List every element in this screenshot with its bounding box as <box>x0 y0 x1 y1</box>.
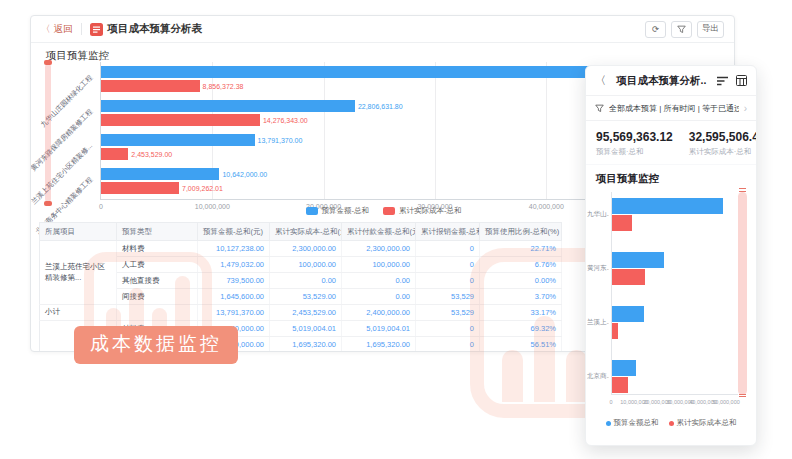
panel-filter-bar[interactable]: 全部成本预算 | 所有时间 | 等于已通过 › <box>586 96 756 121</box>
panel-section-title: 项目预算监控 <box>586 165 756 186</box>
panel-kpis: 95,569,363.12 预算金额·总和 32,595,506.40 累计实际… <box>586 121 756 165</box>
budget-type-cell: 材料费 <box>117 241 198 257</box>
column-header: 所属项目 <box>40 223 117 241</box>
actual-cost-cell: 0.00 <box>270 273 342 289</box>
budget-cell: 13,791,370.00 <box>198 305 270 321</box>
budget-cell: 739,500.00 <box>198 273 270 289</box>
budget-cell: 10,127,238.00 <box>198 241 270 257</box>
table-row: 小计13,791,370.002,453,529.002,400,000.005… <box>40 305 562 321</box>
budget-bar <box>612 198 723 214</box>
legend-dot <box>669 421 674 426</box>
legend-label: 累计实际成本-总和 <box>399 206 462 216</box>
mini-chart-legend: 预算金额总和累计实际成本总和 <box>586 418 756 428</box>
reimbursement-cell: 53,529 <box>416 305 480 321</box>
legend-item[interactable]: 累计实际成本-总和 <box>383 206 462 216</box>
titlebar-actions: ⟳ 导出 <box>645 21 724 38</box>
payment-cell: 100,000.00 <box>342 257 416 273</box>
mini-chart: 九华山..黄河东..兰溪上..北京商..010,000,00020,000,00… <box>586 190 756 406</box>
actual-cost-cell: 100,000.00 <box>270 257 342 273</box>
window-titlebar: 〈 返回 项目成本预算分析表 ⟳ <box>31 16 734 43</box>
refresh-button[interactable]: ⟳ <box>645 21 666 38</box>
usage-ratio-cell: 22.71% <box>480 241 562 257</box>
column-header: 累计报销金额-总和(元) <box>416 223 480 241</box>
budget-type-cell <box>117 305 198 321</box>
actual-cost-bar <box>612 323 618 339</box>
reimbursement-cell: 0 <box>416 273 480 289</box>
gridline <box>324 62 325 199</box>
export-button[interactable]: 导出 <box>697 21 724 38</box>
budget-bar <box>101 100 355 112</box>
mini-chart-scrollbar[interactable] <box>738 192 747 395</box>
legend-label: 累计实际成本总和 <box>677 418 737 428</box>
mobile-preview-panel: 〈 项目成本预算分析.. 全部成本预算 | 所有时间 | 等于已通过 › 95,… <box>585 65 757 446</box>
back-label: 返回 <box>54 23 73 36</box>
legend-item[interactable]: 预算金额-总和 <box>306 206 370 216</box>
back-button[interactable]: 〈 返回 <box>41 23 73 36</box>
bar-value-label: 7,009,262.01 <box>182 185 223 192</box>
reimbursement-cell: 53,529 <box>416 289 480 305</box>
x-axis-tick-label: 50,000,000 <box>706 399 746 405</box>
budget-bar <box>612 252 664 268</box>
kpi-actual-cost-total: 32,595,506.40 累计实际成本·总和 <box>689 130 757 157</box>
funnel-icon <box>595 104 604 113</box>
column-header: 预算金额-总和(元) <box>198 223 270 241</box>
cost-monitor-overlay-label: 成本数据监控 <box>74 326 238 364</box>
legend-item[interactable]: 累计实际成本总和 <box>669 418 737 428</box>
project-cell: 兰溪上苑住宅小区精装修第... <box>40 241 117 305</box>
budget-bar <box>101 66 639 78</box>
column-header: 预算类型 <box>117 223 198 241</box>
actual-cost-bar <box>612 377 628 393</box>
sort-descending-icon[interactable] <box>717 76 729 86</box>
table-row: 兰溪上苑住宅小区精装修第...材料费10,127,238.002,300,000… <box>40 241 562 257</box>
datazoom-handle-top[interactable] <box>44 60 52 65</box>
usage-ratio-cell: 3.70% <box>480 289 562 305</box>
table-header: 所属项目预算类型预算金额-总和(元)累计实际成本-总和(元)累计付款金额-总和(… <box>40 223 562 241</box>
filter-icon <box>677 25 686 34</box>
scrollbar-handle-top[interactable] <box>739 188 746 193</box>
column-header: 预算使用比例-总和(%) <box>480 223 562 241</box>
report-doc-icon <box>90 23 103 36</box>
reimbursement-cell: 0 <box>416 337 480 353</box>
window-title: 项目成本预算分析表 <box>108 22 203 36</box>
panel-title: 项目成本预算分析.. <box>606 74 717 88</box>
actual-cost-cell: 1,695,320.00 <box>270 337 342 353</box>
category-label: 兰溪上.. <box>587 318 609 327</box>
panel-header: 〈 项目成本预算分析.. <box>586 66 756 96</box>
actual-cost-cell: 2,453,529.00 <box>270 305 342 321</box>
mini-chart-plot <box>611 192 738 395</box>
bar-value-label: 14,276,343.00 <box>263 117 308 124</box>
project-cell: 小计 <box>40 305 117 321</box>
budget-cell: 1,479,032.00 <box>198 257 270 273</box>
legend-swatch <box>306 207 318 215</box>
budget-type-cell: 其他直接费 <box>117 273 198 289</box>
actual-cost-bar <box>101 114 260 126</box>
table-row: 间接费1,645,600.0053,529.000.0053,5293.70% <box>40 289 562 305</box>
table-row: 其他直接费739,500.000.000.0000.00% <box>40 273 562 289</box>
usage-ratio-cell: 69.32% <box>480 321 562 337</box>
budget-type-cell: 人工费 <box>117 257 198 273</box>
payment-cell: 5,019,004.01 <box>342 321 416 337</box>
reimbursement-cell: 0 <box>416 321 480 337</box>
payment-cell: 0.00 <box>342 273 416 289</box>
actual-cost-bar <box>612 269 645 285</box>
panel-back-button[interactable]: 〈 <box>595 73 606 88</box>
actual-cost-bar <box>101 182 179 194</box>
kpi-label: 累计实际成本·总和 <box>689 147 757 157</box>
kpi-value: 95,569,363.12 <box>596 130 673 144</box>
payment-cell: 1,695,320.00 <box>342 337 416 353</box>
gridline <box>546 62 547 199</box>
table-view-icon[interactable] <box>736 75 747 86</box>
legend-swatch <box>383 207 395 215</box>
chart-datazoom-slider[interactable] <box>45 64 51 202</box>
export-label: 导出 <box>702 23 719 35</box>
legend-item[interactable]: 预算金额总和 <box>606 418 659 428</box>
kpi-value: 32,595,506.40 <box>689 130 757 144</box>
chart-section-title: 项目预算监控 <box>46 49 109 63</box>
filter-button[interactable] <box>671 21 692 38</box>
legend-label: 预算金额总和 <box>614 418 659 428</box>
category-label: 黄河东.. <box>587 264 609 273</box>
kpi-budget-total: 95,569,363.12 预算金额·总和 <box>596 130 673 157</box>
payment-cell: 0.00 <box>342 289 416 305</box>
budget-bar <box>101 168 219 180</box>
budget-bar <box>612 306 644 322</box>
